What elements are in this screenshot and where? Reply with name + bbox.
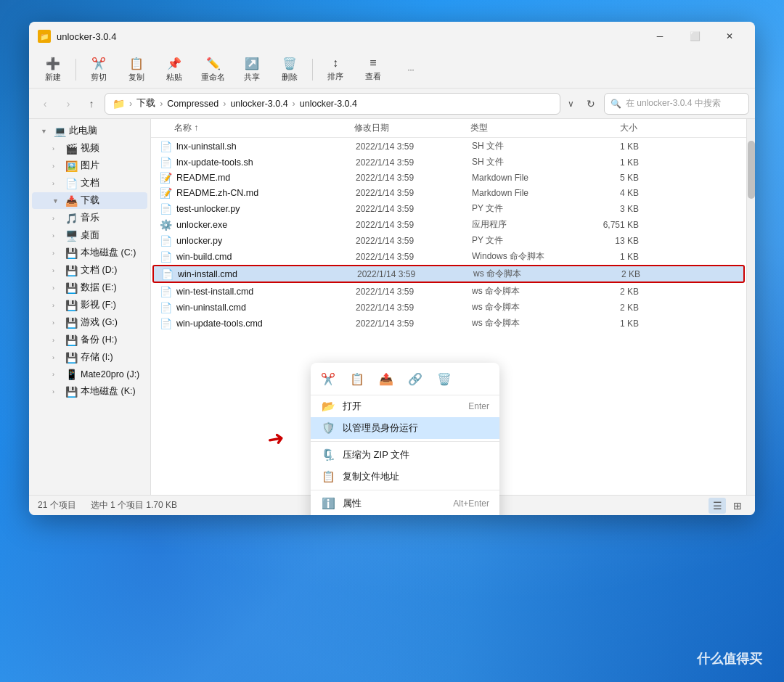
ctx-zip-item[interactable]: 🗜️ 压缩为 ZIP 文件 — [311, 444, 499, 466]
file-icon: 📄 — [160, 235, 172, 247]
up-button[interactable]: ↑ — [81, 94, 102, 114]
col-header-type[interactable]: 类型 — [470, 122, 579, 134]
file-row[interactable]: 📄 test-unlocker.py 2022/1/14 3:59 PY 文件 … — [152, 201, 745, 216]
refresh-button[interactable]: ↻ — [581, 94, 601, 114]
sidebar-label-h: 备份 (H:) — [81, 334, 117, 346]
drive-c-icon: 💾 — [65, 247, 78, 259]
address-path[interactable]: 📁 › 下载 › Compressed › unlocker-3.0.4 › u… — [105, 93, 560, 115]
file-cell-type: Windows 命令脚本 — [472, 250, 581, 263]
sidebar-label-pictures: 图片 — [81, 160, 99, 172]
expand-icon-p: › — [52, 163, 62, 170]
file-row[interactable]: 📄 win-install.cmd 2022/1/14 3:59 ws 命令脚本… — [152, 265, 745, 283]
sidebar-label-docs: 文档 — [81, 177, 99, 189]
more-label: ··· — [407, 65, 414, 74]
minimize-button[interactable]: ─ — [643, 25, 677, 47]
sidebar-item-docs[interactable]: › 📄 文档 — [32, 175, 147, 192]
delete-button[interactable]: 🗑️ 删除 — [271, 54, 308, 86]
file-row[interactable]: ⚙️ unlocker.exe 2022/1/14 3:59 应用程序 6,75… — [152, 217, 745, 232]
file-row[interactable]: 📄 win-build.cmd 2022/1/14 3:59 Windows 命… — [152, 249, 745, 264]
col-header-size[interactable]: 大小 — [579, 122, 652, 134]
sidebar-item-drive-c[interactable]: › 💾 本地磁盘 (C:) — [32, 245, 147, 261]
file-name: test-unlocker.py — [176, 204, 240, 214]
sidebar-item-desktop[interactable]: › 🖥️ 桌面 — [32, 227, 147, 244]
sidebar-item-computer[interactable]: ▼ 💻 此电脑 — [32, 123, 147, 139]
file-cell-type: 应用程序 — [472, 218, 581, 231]
search-box[interactable]: 🔍 在 unlocker-3.0.4 中搜索 — [604, 93, 749, 115]
scrollbar-track[interactable] — [746, 119, 755, 495]
sidebar-label-c: 本地磁盘 (C:) — [81, 247, 136, 259]
list-view-button[interactable]: ☰ — [709, 498, 726, 514]
ctx-cut-button[interactable]: ✂️ — [318, 369, 338, 389]
drive-k-icon: 💾 — [65, 386, 78, 398]
sidebar-item-drive-k[interactable]: › 💾 本地磁盘 (K:) — [32, 383, 147, 400]
file-cell-date: 2022/1/14 3:59 — [356, 303, 472, 313]
sidebar-item-video[interactable]: › 🎬 视频 — [32, 140, 147, 157]
back-button[interactable]: ‹ — [35, 94, 55, 114]
sidebar-label-computer: 此电脑 — [69, 125, 97, 137]
new-icon: ➕ — [46, 57, 60, 70]
file-row[interactable]: 📄 unlocker.py 2022/1/14 3:59 PY 文件 13 KB — [152, 233, 745, 248]
toolbar-separator-1 — [75, 59, 76, 81]
sidebar-item-drive-e[interactable]: › 💾 数据 (E:) — [32, 279, 147, 296]
drive-e-icon: 💾 — [65, 282, 78, 294]
sidebar-item-downloads[interactable]: ▼ 📥 下载 — [32, 192, 147, 209]
view-label: 查看 — [365, 71, 381, 82]
col-header-name[interactable]: 名称 ↑ — [151, 122, 354, 134]
sidebar-item-drive-d[interactable]: › 💾 文档 (D:) — [32, 262, 147, 279]
address-bar: ‹ › ↑ 📁 › 下载 › Compressed › unlocker-3.0… — [29, 89, 755, 119]
ctx-runas-item[interactable]: 🛡️ 以管理员身份运行 — [311, 417, 499, 439]
ctx-copypath-item[interactable]: 📋 复制文件地址 — [311, 466, 499, 488]
col-header-date[interactable]: 修改日期 — [354, 122, 470, 134]
cut-button[interactable]: ✂️ 剪切 — [81, 54, 117, 86]
path-part-2: Compressed — [167, 99, 219, 109]
zip-icon: 🗜️ — [321, 448, 335, 461]
expand-icon-j: › — [52, 371, 62, 378]
context-toolbar: ✂️ 📋 📤 🔗 🗑️ — [311, 366, 499, 395]
paste-button[interactable]: 📌 粘贴 — [156, 54, 192, 86]
grid-view-button[interactable]: ⊞ — [729, 498, 746, 514]
desktop-icon: 🖥️ — [65, 230, 78, 242]
forward-button[interactable]: › — [58, 94, 78, 114]
file-row[interactable]: 📄 win-uninstall.cmd 2022/1/14 3:59 ws 命令… — [152, 300, 745, 315]
file-row[interactable]: 📄 win-update-tools.cmd 2022/1/14 3:59 ws… — [152, 316, 745, 331]
drive-i-icon: 💾 — [65, 352, 78, 363]
ctx-copy-button[interactable]: 📋 — [347, 369, 367, 389]
sidebar-item-drive-g[interactable]: › 💾 游戏 (G:) — [32, 314, 147, 331]
scrollbar-thumb[interactable] — [748, 141, 755, 199]
file-icon: ⚙️ — [160, 219, 172, 231]
file-row[interactable]: 📝 README.zh-CN.md 2022/1/14 3:59 Markdow… — [152, 186, 745, 200]
file-cell-name: 📄 win-build.cmd — [152, 251, 356, 263]
ctx-paste-button[interactable]: 📤 — [376, 369, 396, 389]
rename-button[interactable]: ✏️ 重命名 — [194, 54, 232, 86]
path-dropdown-button[interactable]: ∨ — [563, 94, 578, 114]
sidebar-item-mate20pro[interactable]: › 📱 Mate20pro (J:) — [32, 366, 147, 382]
view-button[interactable]: ≡ 查看 — [355, 54, 391, 85]
ctx-share-button[interactable]: 🔗 — [405, 369, 425, 389]
expand-icon-dl: ▼ — [52, 197, 62, 205]
sidebar-item-drive-i[interactable]: › 💾 存储 (I:) — [32, 349, 147, 366]
close-button[interactable]: ✕ — [713, 25, 746, 47]
file-row[interactable]: 📄 lnx-uninstall.sh 2022/1/14 3:59 SH 文件 … — [152, 139, 745, 154]
ctx-delete-button[interactable]: 🗑️ — [434, 369, 454, 389]
file-cell-date: 2022/1/14 3:59 — [356, 141, 472, 152]
file-row[interactable]: 📄 lnx-update-tools.sh 2022/1/14 3:59 SH … — [152, 155, 745, 170]
share-button[interactable]: ↗️ 共享 — [234, 54, 270, 86]
sidebar-item-drive-f[interactable]: › 💾 影视 (F:) — [32, 297, 147, 313]
more-button[interactable]: ··· — [393, 62, 429, 77]
file-icon: 📄 — [161, 268, 173, 280]
maximize-button[interactable]: ⬜ — [678, 25, 711, 47]
sidebar-item-drive-h[interactable]: › 💾 备份 (H:) — [32, 332, 147, 348]
file-icon: 📄 — [160, 286, 172, 297]
file-icon: 📝 — [160, 172, 172, 184]
copy-button[interactable]: 📋 复制 — [118, 54, 155, 86]
file-cell-size: 1 KB — [581, 252, 653, 262]
file-row[interactable]: 📝 README.md 2022/1/14 3:59 Markdown File… — [152, 170, 745, 185]
sort-button[interactable]: ↕️ 排序 — [317, 54, 354, 85]
ctx-open-item[interactable]: 📂 打开 Enter — [311, 395, 499, 417]
sidebar-item-pictures[interactable]: › 🖼️ 图片 — [32, 157, 147, 174]
properties-icon: ℹ️ — [321, 497, 335, 510]
sidebar-item-music[interactable]: › 🎵 音乐 — [32, 210, 147, 226]
file-row[interactable]: 📄 win-test-install.cmd 2022/1/14 3:59 ws… — [152, 284, 745, 299]
new-button[interactable]: ➕ 新建 — [35, 54, 71, 86]
ctx-properties-item[interactable]: ℹ️ 属性 Alt+Enter — [311, 493, 499, 514]
